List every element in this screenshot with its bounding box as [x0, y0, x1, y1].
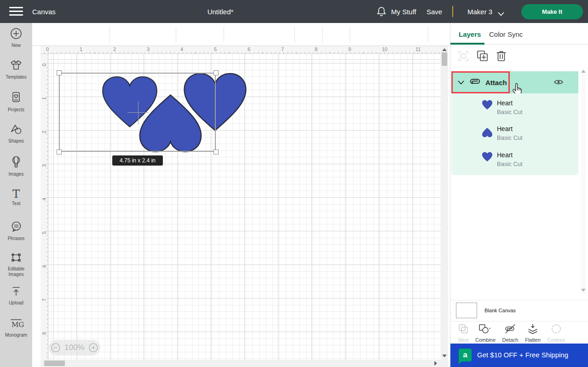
sidebar-item-images[interactable]: Images: [0, 155, 32, 177]
sidebar-item-editable-images[interactable]: Editable Images: [0, 251, 32, 277]
sidebar-item-text[interactable]: T Text: [0, 189, 32, 206]
ruler-number: 11: [415, 46, 421, 52]
sidebar-item-upload[interactable]: Upload: [0, 285, 32, 306]
heart-layer-icon: [482, 152, 493, 164]
toolbar-divider: [110, 27, 110, 42]
balloon-icon: [10, 162, 22, 170]
visibility-eye-icon[interactable]: [553, 79, 564, 87]
combine-button[interactable]: Combine: [473, 323, 497, 343]
scroll-right-arrow[interactable]: [434, 361, 437, 366]
layer-row-heart-3[interactable]: Heart Basic Cut: [451, 147, 578, 173]
ruler-number: 7: [41, 298, 47, 301]
duplicate-icon[interactable]: [476, 50, 489, 64]
machine-selector[interactable]: Maker 3: [467, 8, 492, 16]
selection-handle-top-right[interactable]: [213, 70, 219, 75]
shapes-icon: [10, 129, 23, 137]
detach-button[interactable]: Detach: [498, 323, 522, 343]
scroll-up-arrow[interactable]: [581, 70, 586, 73]
brand-logo-icon: a: [459, 349, 472, 361]
chevron-down-icon[interactable]: [458, 78, 464, 86]
my-stuff-link[interactable]: My Stuff: [391, 8, 416, 16]
ruler-number: 0: [41, 63, 47, 66]
tab-layers[interactable]: Layers: [459, 30, 481, 38]
promo-banner[interactable]: a Get $10 OFF + Free Shipping: [450, 344, 588, 367]
ruler-number: 5: [41, 231, 47, 234]
horizontal-scrollbar-thumb[interactable]: [44, 361, 65, 366]
monogram-icon: MG: [8, 323, 24, 331]
sidebar-item-shapes[interactable]: Shapes: [0, 123, 32, 144]
save-link[interactable]: Save: [427, 8, 442, 16]
toolbar-divider: [350, 27, 350, 42]
ruler-horizontal: 01234567891011: [40, 46, 441, 54]
ruler-number: 1: [41, 97, 47, 100]
contour-button[interactable]: Contour: [544, 323, 568, 343]
layer-row-heart-1[interactable]: Heart Basic Cut: [451, 95, 578, 121]
toolbar-divider: [322, 27, 323, 42]
ruler-number: 9: [348, 46, 351, 52]
sidebar-item-templates[interactable]: Templates: [0, 59, 32, 80]
toolbar-divider: [224, 27, 224, 42]
selection-size-tooltip: 4.75 in x 2.4 in: [112, 155, 163, 166]
attach-paperclip-icon: [469, 77, 482, 87]
layer-row-heart-2[interactable]: Heart Basic Cut: [451, 121, 578, 147]
selection-handle-bottom-left[interactable]: [57, 149, 62, 155]
design-canvas[interactable]: 01234567891011 0123456789 4.75 in x 2.4 …: [32, 46, 450, 367]
layer-group-attach[interactable]: Attach: [451, 71, 578, 93]
contour-icon: [551, 328, 562, 336]
ruler-number: 8: [315, 46, 317, 52]
selection-center-crosshair: [138, 101, 138, 124]
speech-bubble-icon: [10, 226, 23, 234]
delete-icon[interactable]: [496, 50, 507, 64]
layer-group-children: Heart Basic Cut Heart Basic Cut Heart Ba…: [451, 93, 578, 175]
panel-tabs: Layers Color Sync: [450, 23, 588, 45]
layers-scrollbar[interactable]: [581, 68, 586, 294]
vertical-scrollbar-thumb[interactable]: [442, 52, 447, 66]
flatten-button[interactable]: Flatten: [521, 323, 545, 343]
scroll-down-arrow[interactable]: [442, 355, 447, 357]
selection-handle-top-left[interactable]: [57, 70, 62, 75]
detach-icon: [504, 328, 516, 336]
heart-layer-icon: [482, 100, 493, 112]
tshirt-icon: [10, 65, 23, 73]
ruler-number: 6: [41, 265, 47, 268]
notifications-bell-icon[interactable]: [376, 6, 386, 19]
left-sidebar: New Templates Projects Shapes Images T T…: [0, 23, 32, 367]
ruler-number: 2: [41, 131, 47, 133]
selection-handle-bottom-right[interactable]: [213, 149, 219, 155]
slice-button[interactable]: Slice: [451, 323, 475, 343]
scroll-up-arrow[interactable]: [442, 48, 447, 51]
nav-divider: [452, 6, 453, 17]
edit-toolbar: Operation Basic Cut Deselect Edit Align …: [32, 23, 450, 46]
blank-canvas-label: Blank Canvas: [484, 308, 516, 313]
slice-icon: [458, 328, 469, 336]
ruler-vertical: 0123456789: [40, 54, 48, 360]
sidebar-item-monogram[interactable]: MG Monogram: [0, 317, 32, 338]
tab-color-sync[interactable]: Color Sync: [489, 30, 523, 38]
chevron-down-icon[interactable]: [498, 10, 504, 18]
promo-text: Get $10 OFF + Free Shipping: [477, 351, 568, 359]
scrollbar-corner: [441, 360, 448, 367]
zoom-out-icon[interactable]: [51, 343, 61, 353]
zoom-in-icon[interactable]: [88, 343, 98, 353]
sidebar-item-phrases[interactable]: Phrases: [0, 221, 32, 241]
make-it-button[interactable]: Make It: [521, 4, 583, 19]
sidebar-item-new[interactable]: New: [0, 28, 32, 48]
vertical-scrollbar[interactable]: [441, 46, 448, 360]
heart-layer-icon-rotated: [482, 126, 493, 138]
ruler-number: 2: [113, 46, 116, 52]
group-icon[interactable]: [457, 50, 469, 64]
ruler-number: 1: [80, 46, 82, 52]
ruler-number: 4: [180, 46, 183, 52]
svg-text:MG: MG: [12, 321, 24, 329]
project-card-icon: [10, 97, 22, 105]
ruler-number: 3: [147, 46, 150, 52]
top-nav: Canvas Untitled* My Stuff Save Maker 3 M…: [0, 0, 588, 23]
scroll-down-arrow[interactable]: [581, 289, 586, 292]
canvas-color-swatch[interactable]: [456, 303, 477, 318]
sidebar-item-projects[interactable]: Projects: [0, 91, 32, 113]
document-title[interactable]: Untitled*: [0, 8, 441, 16]
zoom-level: 100%: [64, 343, 84, 352]
horizontal-scrollbar[interactable]: [40, 360, 441, 367]
ruler-number: 7: [281, 46, 284, 52]
flatten-icon: [527, 328, 538, 336]
